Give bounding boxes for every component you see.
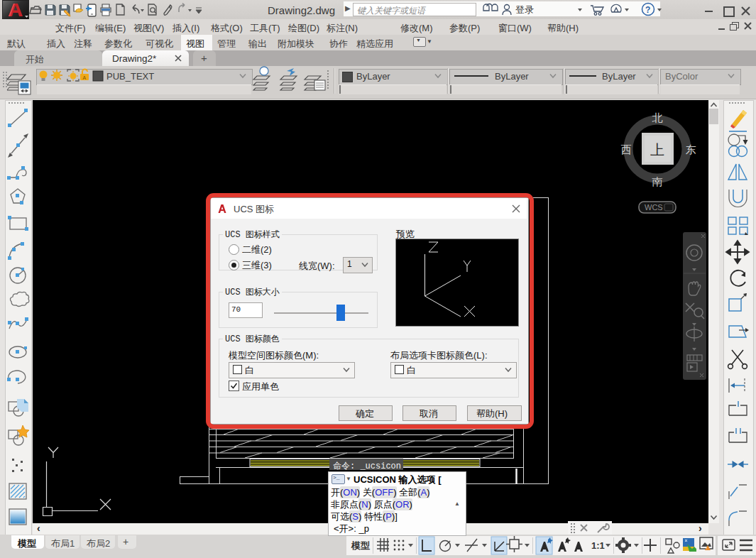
svg-text:登录: 登录 xyxy=(515,4,534,15)
svg-text:?: ? xyxy=(645,5,650,15)
svg-text:上: 上 xyxy=(650,142,664,158)
svg-text:A: A xyxy=(83,75,87,80)
svg-text:南: 南 xyxy=(652,175,663,187)
svg-text:模型: 模型 xyxy=(351,540,370,551)
svg-text:WCS: WCS xyxy=(645,203,663,212)
svg-text:1:1: 1:1 xyxy=(591,540,605,551)
svg-text:北: 北 xyxy=(652,111,663,124)
svg-text:西: 西 xyxy=(621,143,632,155)
svg-text:东: 东 xyxy=(686,143,696,155)
